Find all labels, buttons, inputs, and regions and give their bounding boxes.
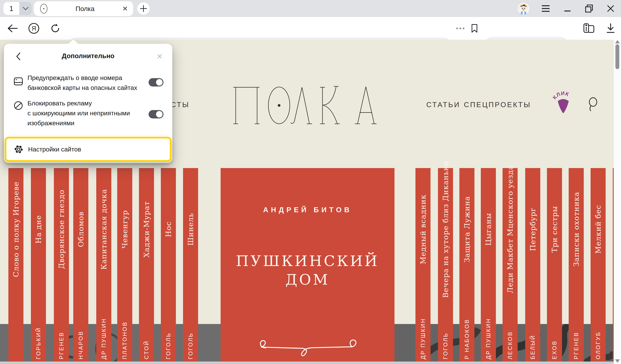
new-tab-button[interactable] <box>137 2 150 15</box>
book-spine-author: ЛЕСКОВ <box>507 331 513 359</box>
book-spine[interactable]: Медный всадникДР ПУШКИН <box>415 168 431 362</box>
book-cover-pushkinsky-dom[interactable]: АНДРЕЙ БИТОВ ПУШКИНСКИЙ ДОМ <box>221 168 395 362</box>
warn-card-entry-toggle[interactable] <box>149 78 163 86</box>
back-button[interactable] <box>6 17 19 40</box>
site-settings-row-highlighted[interactable]: Настройки сайтов <box>5 137 172 162</box>
nav-item-articles[interactable]: СТАТЬИ <box>426 100 460 109</box>
nav-item-partial[interactable]: СТЫ <box>171 100 190 109</box>
popup-close-button[interactable]: ✕ <box>155 52 164 61</box>
book-spine-title: Капитанская дочка <box>100 189 108 269</box>
book-spine-title: Чевенгур <box>121 210 129 249</box>
book-spine-title: Записки охотника <box>572 192 581 267</box>
yandex-home-button[interactable]: Я <box>28 17 40 40</box>
book-spine-author: НЧАРОВ <box>78 331 84 359</box>
book-spine-title: Обломов <box>77 211 85 247</box>
scroll-up-arrow-icon[interactable] <box>615 40 620 43</box>
ad-block-icon <box>14 101 23 110</box>
popup-title: Дополнительно <box>4 52 172 60</box>
book-spine[interactable]: Мелкий бесОЛОГУБ <box>591 168 606 362</box>
svg-text:КЛИК: КЛИК <box>552 90 570 100</box>
book-spine[interactable]: Леди Макбет Мценского уездаЛЕСКОВ <box>502 168 518 362</box>
book-spine-title: Три сестры <box>550 206 559 253</box>
klik-project-button[interactable]: КЛИК <box>551 90 576 116</box>
download-icon <box>606 23 615 33</box>
book-spine[interactable]: ПетербургБЕЛЫЙ <box>525 168 540 362</box>
vertical-scrollbar[interactable] <box>614 40 621 364</box>
url-actions-button[interactable] <box>454 17 466 40</box>
tab-close-icon[interactable]: ✕ <box>122 5 128 12</box>
book-spine[interactable]: Капитанская дочкаДР ПУШКИН <box>96 168 111 362</box>
tab-counter-button[interactable]: 1 <box>3 2 19 15</box>
site-logo[interactable]: ПОЛКА <box>213 84 398 126</box>
hamburger-icon <box>541 5 550 12</box>
polka-logo-icon <box>213 84 398 126</box>
window-minimize-button[interactable] <box>560 0 574 17</box>
browser-menu-button[interactable] <box>539 0 553 17</box>
tab-polka[interactable]: Полка ✕ <box>34 1 133 16</box>
window-close-button[interactable] <box>604 0 618 17</box>
book-spine[interactable]: Хаджи-МуратСТОЙ <box>139 168 154 362</box>
book-spine-title: Нос <box>164 221 173 237</box>
book-spine[interactable]: Защита ЛужинаР НАБОКОВ <box>459 168 474 362</box>
warn-card-entry-label: Предупреждать о вводе номера банковской … <box>28 73 137 93</box>
book-spine-title: Защита Лужина <box>463 196 471 262</box>
cover-author: АНДРЕЙ БИТОВ <box>221 206 395 214</box>
book-spine[interactable]: Три сестрыЕХОВ <box>547 168 562 362</box>
book-spine[interactable]: На днеГОРЬКИЙ <box>31 168 46 362</box>
book-spine-title: Леди Макбет Мценского уезда <box>506 165 514 293</box>
polka-favicon-icon <box>40 3 48 14</box>
popup-divider <box>8 135 168 135</box>
popup-notch <box>68 40 79 44</box>
additional-settings-popup: Дополнительно ✕ Предупреждать о вводе но… <box>4 44 172 163</box>
bookmark-icon <box>471 24 478 33</box>
minimize-icon <box>564 5 571 12</box>
book-spine[interactable]: ШинельГОГОЛЬ <box>183 168 198 362</box>
horizontal-scrollbar[interactable] <box>0 362 614 364</box>
book-spine-author: ГОРЬКИЙ <box>35 327 42 359</box>
reload-button[interactable] <box>49 17 61 40</box>
book-spine-author: БЕЛЫЙ <box>530 335 536 359</box>
book-spine[interactable]: ЦыганыДР ПУШКИН <box>481 168 496 362</box>
book-spine-title: Мелкий бес <box>594 205 602 254</box>
tab-title: Полка <box>48 5 122 13</box>
back-arrow-icon <box>7 24 17 32</box>
block-shocking-ads-toggle[interactable] <box>149 110 163 118</box>
restore-icon <box>585 4 593 13</box>
book-spine-author: ДР ПУШКИН <box>101 318 107 359</box>
book-spine-author: ГОГОЛЬ <box>442 332 449 359</box>
book-spine[interactable]: Записки охотникаРГЕНЕВ <box>569 168 584 362</box>
tab-list-chevron-button[interactable] <box>19 2 32 15</box>
book-spine[interactable]: ОбломовНЧАРОВ <box>73 168 88 362</box>
book-spine-title: Петербург <box>529 207 537 251</box>
bookmark-button[interactable] <box>468 17 481 40</box>
chevron-down-icon <box>22 6 29 11</box>
reload-icon <box>50 23 60 33</box>
avatar[interactable] <box>517 0 530 17</box>
tab-bar: 1 Полка ✕ <box>0 0 621 17</box>
passwords-button[interactable] <box>581 17 596 40</box>
book-spine[interactable]: ЧевенгурПЛАТОНОВ <box>117 168 132 362</box>
search-button[interactable] <box>587 97 599 112</box>
cover-title: ПУШКИНСКИЙ ДОМ <box>221 252 395 289</box>
book-spine[interactable]: НосГОГОЛЬ <box>161 168 176 362</box>
scroll-down-arrow-icon[interactable] <box>615 359 620 363</box>
gear-icon <box>14 144 23 154</box>
book-spine[interactable]: Вечера на хуторе близ ДиканькиГОГОЛЬ <box>438 168 453 362</box>
book-spine-author: ГОГОЛЬ <box>187 332 194 359</box>
key-card-icon <box>583 23 595 34</box>
ellipsis-icon <box>456 27 465 30</box>
close-icon <box>607 5 615 12</box>
block-shocking-ads-label: Блокировать рекламу с шокирующими или не… <box>28 98 130 128</box>
book-spine-author: РГЕНЕВ <box>573 332 580 359</box>
browser-toolbar: Я https://polka.academy Спросить Алис <box>0 17 621 40</box>
book-spine[interactable]: Дворянское гнездоРГЕНЕВ <box>54 168 69 362</box>
downloads-button[interactable] <box>604 17 618 40</box>
book-spine-title: Медный всадник <box>419 194 427 264</box>
book-spine-author: ДР ПУШКИН <box>420 318 426 359</box>
bank-card-icon <box>14 77 23 86</box>
bookshelf: Слово о полку ИгоревеНа днеГОРЬКИЙДворян… <box>0 168 614 364</box>
nav-item-specprojects[interactable]: СПЕЦПРОЕКТЫ <box>464 100 531 109</box>
scrollbar-thumb[interactable] <box>615 44 619 69</box>
window-restore-button[interactable] <box>582 0 596 17</box>
book-spine[interactable]: Слово о полку Игореве <box>8 168 23 362</box>
